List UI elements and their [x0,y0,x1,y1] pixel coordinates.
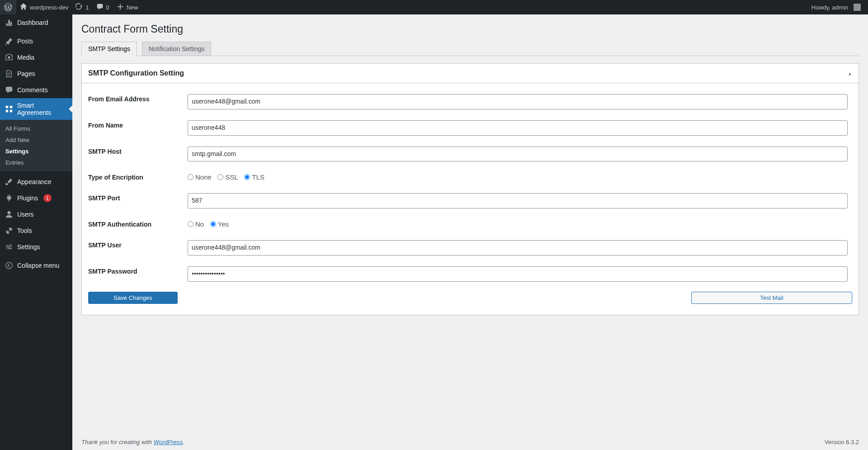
site-name-link[interactable]: wordpress-dev [16,0,72,14]
panel-title: SMTP Configuration Setting [88,69,184,77]
menu-label: Dashboard [17,19,48,26]
plus-icon [117,3,124,12]
wordpress-link[interactable]: WordPress [154,439,183,445]
panel-header[interactable]: SMTP Configuration Setting ▲ [82,64,859,83]
comments-count: 0 [106,4,109,11]
enc-tls-radio[interactable] [244,174,250,180]
button-row: Save Changes Test Mail [88,287,852,304]
tab-smtp[interactable]: SMTP Settings [81,42,137,56]
smtp-host-input[interactable] [188,147,848,162]
account-link[interactable]: Howdy, admin [808,0,864,14]
svg-rect-2 [10,106,12,108]
wordpress-logo-icon [4,3,13,12]
admin-bar: wordpress-dev 1 0 New Howdy, admin [0,0,868,14]
svg-rect-1 [6,106,8,108]
menu-label: Appearance [17,178,52,185]
menu-dashboard[interactable]: Dashboard [0,14,72,31]
smtp-config-panel: SMTP Configuration Setting ▲ From Email … [81,63,859,315]
form-table: From Email Address From Name SMTP Host T… [88,89,852,287]
new-label: New [127,4,138,11]
home-icon [20,3,27,12]
avatar-icon [854,4,861,11]
menu-label: Settings [17,243,40,251]
enc-none-option[interactable]: None [188,173,212,181]
submenu-add-new[interactable]: Add New [0,134,72,146]
test-mail-button[interactable]: Test Mail [691,292,852,304]
menu-collapse[interactable]: Collapse menu [0,257,72,274]
wrench-icon [5,226,14,235]
smtp-user-input[interactable] [188,240,848,256]
from-name-input[interactable] [188,120,848,136]
wp-logo-menu[interactable] [0,0,16,14]
comment-icon [5,85,14,95]
updates-link[interactable]: 1 [72,0,92,14]
smtp-pass-label: SMTP Password [88,261,188,287]
howdy-text: Howdy, admin [811,4,848,11]
plug-icon [5,194,14,203]
pin-icon [5,37,14,46]
dashboard-icon [5,18,14,27]
encryption-label: Type of Encription [88,167,188,188]
user-icon [5,210,14,219]
smtp-host-label: SMTP Host [88,141,188,167]
menu-label: Smart Agreements [17,102,69,116]
svg-rect-3 [6,110,8,112]
smtp-pass-input[interactable] [188,266,848,282]
enc-ssl-radio[interactable] [217,174,223,180]
tabs: SMTP Settings Notification Settings [81,41,859,56]
menu-smart-agreements[interactable]: Smart Agreements [0,98,72,120]
submenu-entries[interactable]: Entries [0,157,72,168]
from-email-input[interactable] [188,94,848,109]
svg-point-0 [8,56,10,58]
menu-plugins[interactable]: Plugins 1 [0,190,72,206]
comments-link[interactable]: 0 [93,0,113,14]
page-icon [5,69,14,78]
enc-ssl-option[interactable]: SSL [217,173,238,181]
menu-label: Pages [17,70,35,77]
menu-label: Collapse menu [17,262,59,269]
menu-comments[interactable]: Comments [0,82,72,98]
page-title: Contract Form Setting [81,19,859,37]
panel-toggle-icon[interactable]: ▲ [848,71,852,76]
menu-label: Plugins [17,194,38,202]
auth-yes-option[interactable]: Yes [210,220,229,228]
menu-tools[interactable]: Tools [0,223,72,239]
admin-bar-right: Howdy, admin [808,0,864,14]
version-text: Version 6.3.2 [825,439,859,445]
enc-tls-option[interactable]: TLS [244,173,264,181]
menu-posts[interactable]: Posts [0,33,72,49]
from-name-label: From Name [88,115,188,141]
menu-pages[interactable]: Pages [0,66,72,82]
plugins-update-badge: 1 [43,194,52,202]
auth-no-radio[interactable] [188,221,193,227]
menu-label: Media [17,54,34,61]
svg-point-6 [6,262,12,269]
new-content-link[interactable]: New [113,0,142,14]
auth-no-option[interactable]: No [188,220,204,228]
submenu-all-forms[interactable]: All Forms [0,123,72,134]
media-icon [5,53,14,62]
menu-appearance[interactable]: Appearance [0,174,72,190]
submenu-settings[interactable]: Settings [0,146,72,157]
tab-notification[interactable]: Notification Settings [142,42,212,56]
from-email-label: From Email Address [88,89,188,115]
smtp-port-input[interactable] [188,193,848,208]
smtp-auth-label: SMTP Authentication [88,214,188,235]
enc-none-radio[interactable] [188,174,193,180]
svg-point-5 [7,211,10,214]
menu-settings[interactable]: Settings [0,239,72,255]
smtp-user-label: SMTP User [88,235,188,261]
menu-media[interactable]: Media [0,49,72,66]
main-content: Contract Form Setting SMTP Settings Noti… [72,14,868,450]
save-button[interactable]: Save Changes [88,292,178,304]
menu-label: Users [17,211,34,218]
collapse-icon [5,261,14,270]
menu-label: Posts [17,38,33,45]
smtp-port-label: SMTP Port [88,188,188,214]
auth-yes-radio[interactable] [210,221,216,227]
comments-icon [96,3,104,12]
menu-users[interactable]: Users [0,206,72,223]
brush-icon [5,177,14,186]
grid-icon [5,104,14,114]
menu-label: Tools [17,227,32,234]
